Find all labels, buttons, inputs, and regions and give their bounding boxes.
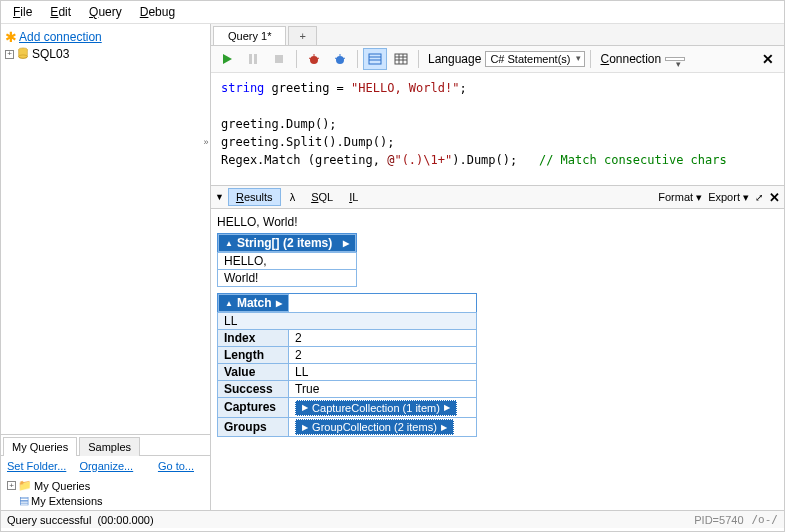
sidebar: ✱ Add connection + SQL03 » My Queries Sa…	[1, 24, 211, 510]
results-pane: HELLO, World! ▲String[] (2 items)▶ HELLO…	[211, 209, 784, 510]
status-time: (00:00.000)	[97, 514, 153, 526]
menu-query[interactable]: Query	[81, 3, 130, 21]
svg-marker-2	[223, 54, 232, 64]
organize-link[interactable]: Organize...	[79, 460, 133, 472]
expand-icon[interactable]: +	[7, 481, 16, 490]
results-tab-lambda[interactable]: λ	[283, 189, 303, 205]
file-label: My Extensions	[31, 495, 103, 507]
menu-file[interactable]: File	[5, 3, 40, 21]
collapse-chevron-icon[interactable]: »	[201, 137, 211, 147]
connection-select[interactable]	[665, 57, 685, 61]
connection-item[interactable]: + SQL03	[5, 46, 206, 62]
format-menu[interactable]: Format ▾	[658, 191, 702, 204]
my-extensions-item[interactable]: ▤ My Extensions	[7, 493, 204, 508]
add-tab-button[interactable]: +	[288, 26, 316, 45]
svg-rect-14	[369, 54, 381, 64]
status-pid: PID=5740	[694, 514, 743, 526]
captures-button[interactable]: ▶CaptureCollection (1 item)▶	[295, 400, 457, 416]
toolbar: Language C# Statement(s) Connection ✕	[211, 46, 784, 73]
results-bar: ▼ Results λ SQL IL Format ▾ Export ▾ ⤢ ✕	[211, 185, 784, 209]
svg-rect-5	[275, 55, 283, 63]
svg-rect-17	[395, 54, 407, 64]
my-queries-links: Set Folder... Organize... Go to...	[1, 456, 210, 476]
expand-icon[interactable]: ⤢	[755, 192, 763, 203]
connection-label: SQL03	[32, 47, 69, 61]
view-rich-button[interactable]	[363, 48, 387, 70]
status-msg: Query successful	[7, 514, 91, 526]
match-primary: LL	[218, 313, 477, 330]
results-tab-results[interactable]: Results	[228, 188, 281, 206]
folder-icon: 📁	[18, 479, 32, 492]
close-results-button[interactable]: ✕	[769, 190, 780, 205]
add-connection-link[interactable]: Add connection	[19, 30, 102, 44]
add-icon: ✱	[5, 29, 17, 45]
menu-debug[interactable]: Debug	[132, 3, 183, 21]
language-select[interactable]: C# Statement(s)	[485, 51, 585, 67]
groups-button[interactable]: ▶GroupCollection (2 items)▶	[295, 419, 454, 435]
menubar: File Edit Query Debug	[1, 1, 784, 24]
code-editor[interactable]: string greeting = "HELLO, World!"; greet…	[211, 73, 784, 185]
query-tab[interactable]: Query 1*	[213, 26, 286, 45]
my-queries-tabs: My Queries Samples	[1, 435, 210, 456]
svg-rect-4	[254, 54, 257, 64]
connection-tree: ✱ Add connection + SQL03	[1, 24, 210, 435]
my-queries-tree: + 📁 My Queries ▤ My Extensions	[1, 476, 210, 510]
dump-text: HELLO, World!	[217, 213, 778, 233]
language-label: Language	[428, 52, 481, 66]
expand-icon[interactable]: +	[5, 50, 14, 59]
stop-button	[267, 48, 291, 70]
string-array-table: ▲String[] (2 items)▶ HELLO, World!	[217, 233, 357, 287]
database-icon	[16, 47, 30, 61]
results-tab-sql[interactable]: SQL	[304, 189, 340, 205]
menu-edit[interactable]: Edit	[42, 3, 79, 21]
run-button[interactable]	[215, 48, 239, 70]
tab-my-queries[interactable]: My Queries	[3, 437, 77, 456]
match-table: ▲Match▶ LL Index2 Length2 ValueLL Succes…	[217, 293, 477, 437]
close-button[interactable]: ✕	[762, 51, 774, 67]
svg-rect-3	[249, 54, 252, 64]
my-queries-folder[interactable]: + 📁 My Queries	[7, 478, 204, 493]
bug-red-button[interactable]	[302, 48, 326, 70]
resize-grip-icon[interactable]: /o-/	[752, 513, 779, 526]
string-array-header[interactable]: ▲String[] (2 items)▶	[218, 234, 356, 252]
results-toggle-icon[interactable]: ▼	[215, 192, 224, 202]
string-cell: World!	[218, 270, 357, 287]
export-menu[interactable]: Export ▾	[708, 191, 749, 204]
svg-point-6	[310, 56, 318, 64]
add-connection[interactable]: ✱ Add connection	[5, 28, 206, 46]
connection-label: Connection	[600, 52, 661, 66]
folder-label: My Queries	[34, 480, 90, 492]
match-header[interactable]: ▲Match▶	[218, 294, 289, 312]
goto-link[interactable]: Go to...	[158, 460, 194, 472]
workspace: Query 1* + Language C# Statement(s) Conn…	[211, 24, 784, 510]
tab-samples[interactable]: Samples	[79, 437, 140, 456]
view-grid-button[interactable]	[389, 48, 413, 70]
set-folder-link[interactable]: Set Folder...	[7, 460, 66, 472]
string-cell: HELLO,	[218, 253, 357, 270]
bug-blue-button[interactable]	[328, 48, 352, 70]
query-tabstrip: Query 1* +	[211, 24, 784, 46]
pause-button	[241, 48, 265, 70]
file-icon: ▤	[19, 494, 29, 507]
results-tab-il[interactable]: IL	[342, 189, 365, 205]
statusbar: Query successful (00:00.000) PID=5740 /o…	[1, 510, 784, 528]
svg-point-10	[336, 56, 344, 64]
